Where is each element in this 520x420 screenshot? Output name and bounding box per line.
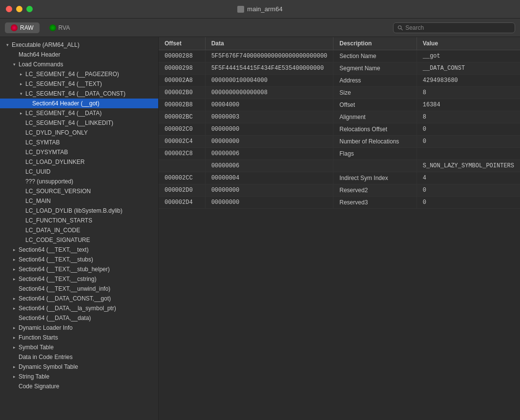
chevron-icon: ▸ <box>11 305 18 312</box>
minimize-button[interactable] <box>16 6 22 12</box>
table-row: 000002BC00000003Alignment8 <box>159 111 520 123</box>
sidebar-item-lc-segment-pagezero[interactable]: ▸LC_SEGMENT_64 (__PAGEZERO) <box>0 69 158 79</box>
sidebar-item-lc-segment-data[interactable]: ▸LC_SEGMENT_64 (__DATA) <box>0 108 158 118</box>
cell-offset: 000002D4 <box>159 197 205 209</box>
chevron-icon: ▸ <box>18 80 24 87</box>
column-description: Description <box>333 37 416 50</box>
sidebar-item-section64-data-la-symbol-ptr[interactable]: ▸Section64 (__DATA,__la_symbol_ptr) <box>0 303 158 313</box>
sidebar-item-label: Section64 (__TEXT,__stub_helper) <box>19 266 110 273</box>
chevron-icon <box>18 188 24 195</box>
sidebar-item-section64-text-stub-helper[interactable]: ▸Section64 (__TEXT,__stub_helper) <box>0 264 158 274</box>
sidebar-item-section64-text-cstring[interactable]: ▸Section64 (__TEXT,__cstring) <box>0 274 158 284</box>
raw-tab-button[interactable]: RAW <box>5 22 40 33</box>
cell-value: __DATA_CONST <box>416 62 520 75</box>
cell-value: 4294983680 <box>416 75 520 87</box>
sidebar-item-lc-load-dylinker[interactable]: LC_LOAD_DYLINKER <box>0 157 158 167</box>
svg-line-1 <box>401 28 402 30</box>
rva-icon <box>49 24 56 31</box>
sidebar-item-label: Code Signature <box>19 383 59 390</box>
chevron-icon: ▸ <box>18 110 24 117</box>
cell-data: 00000000 <box>205 197 333 209</box>
sidebar[interactable]: ▾Executable (ARM64_ALL)Mach64 Header▾Loa… <box>0 37 159 420</box>
sidebar-item-section64-text-text[interactable]: ▸Section64 (__TEXT,__text) <box>0 245 158 255</box>
cell-value: S_NON_LAZY_SYMBOL_POINTERS <box>416 160 520 172</box>
cell-description: Address <box>333 75 416 87</box>
chevron-icon <box>18 149 24 156</box>
sidebar-item-dynamic-loader-info[interactable]: ▸Dynamic Loader Info <box>0 323 158 333</box>
raw-icon <box>11 24 18 31</box>
table-body: 000002885F5F676F740000000000000000000000… <box>159 50 520 209</box>
cell-data: 00004000 <box>205 99 333 111</box>
sidebar-item-lc-uuid[interactable]: LC_UUID <box>0 167 158 177</box>
sidebar-item-section64-text-unwind-info[interactable]: Section64 (__TEXT,__unwind_info) <box>0 284 158 294</box>
sidebar-item-label: Section64 (__DATA_CONST,__got) <box>19 295 111 302</box>
cell-description <box>333 160 416 172</box>
sidebar-item-function-starts[interactable]: ▸Function Starts <box>0 333 158 342</box>
sidebar-item-load-commands[interactable]: ▾Load Commands <box>0 60 158 69</box>
sidebar-item-lc-segment-linkedit[interactable]: LC_SEGMENT_64 (__LINKEDIT) <box>0 118 158 128</box>
chevron-icon <box>18 227 24 234</box>
sidebar-item-section64-header-got[interactable]: Section64 Header (__got) <box>0 99 158 108</box>
sidebar-item-label: LC_FUNCTION_STARTS <box>25 217 92 224</box>
sidebar-item-lc-function-starts[interactable]: LC_FUNCTION_STARTS <box>0 216 158 225</box>
table-row: 000002985F5F444154415F434F4E535400000000… <box>159 62 520 75</box>
sidebar-item-dynamic-symbol-table[interactable]: ▸Dynamic Symbol Table <box>0 362 158 372</box>
cell-value <box>416 148 520 160</box>
cell-offset: 00000298 <box>159 62 205 75</box>
sidebar-item-lc-dyld-info-only[interactable]: LC_DYLD_INFO_ONLY <box>0 128 158 138</box>
table-row: 00000006S_NON_LAZY_SYMBOL_POINTERS <box>159 160 520 172</box>
sidebar-item-unsupported[interactable]: ??? (unsupported) <box>0 177 158 186</box>
sidebar-item-lc-data-in-code[interactable]: LC_DATA_IN_CODE <box>0 225 158 235</box>
sidebar-item-section64-text-stubs[interactable]: ▸Section64 (__TEXT,__stubs) <box>0 255 158 264</box>
sidebar-item-executable[interactable]: ▾Executable (ARM64_ALL) <box>0 40 158 50</box>
close-button[interactable] <box>6 6 12 12</box>
search-input[interactable] <box>405 24 511 31</box>
cell-description: Number of Relocations <box>333 136 416 148</box>
sidebar-item-lc-segment-text[interactable]: ▸LC_SEGMENT_64 (__TEXT) <box>0 79 158 89</box>
sidebar-item-label: Dynamic Loader Info <box>19 324 73 331</box>
sidebar-item-string-table[interactable]: ▸String Table <box>0 372 158 381</box>
sidebar-item-lc-main[interactable]: LC_MAIN <box>0 196 158 206</box>
sidebar-item-symbol-table[interactable]: ▸Symbol Table <box>0 342 158 352</box>
chevron-icon <box>11 285 18 292</box>
table-row: 000002D400000000Reserved30 <box>159 197 520 209</box>
chevron-icon <box>18 217 24 224</box>
chevron-icon <box>11 354 18 360</box>
cell-offset: 000002D0 <box>159 184 205 197</box>
cell-data: 00000000 <box>205 136 333 148</box>
cell-value: __got <box>416 50 520 62</box>
sidebar-item-section64-data-const-got[interactable]: ▸Section64 (__DATA_CONST,__got) <box>0 294 158 303</box>
sidebar-item-label: Function Starts <box>19 334 58 341</box>
cell-value: 16384 <box>416 99 520 111</box>
table-row: 000002CC00000004Indirect Sym Index4 <box>159 172 520 184</box>
maximize-button[interactable] <box>26 6 33 12</box>
chevron-icon <box>11 383 18 390</box>
chevron-icon: ▾ <box>18 90 24 97</box>
sidebar-item-lc-symtab[interactable]: LC_SYMTAB <box>0 138 158 147</box>
sidebar-item-lc-code-signature[interactable]: LC_CODE_SIGNATURE <box>0 235 158 245</box>
cell-offset: 000002C8 <box>159 148 205 160</box>
chevron-icon: ▸ <box>18 71 24 78</box>
cell-value: 4 <box>416 172 520 184</box>
sidebar-item-section64-data-data[interactable]: Section64 (__DATA,__data) <box>0 313 158 323</box>
sidebar-item-data-in-code-entries[interactable]: Data in Code Entries <box>0 352 158 362</box>
sidebar-item-lc-segment-data-const[interactable]: ▾LC_SEGMENT_64 (__DATA_CONST) <box>0 89 158 99</box>
cell-data: 5F5F444154415F434F4E535400000000 <box>205 62 333 75</box>
rva-tab-button[interactable]: RVA <box>43 22 76 33</box>
table-row: 000002D000000000Reserved20 <box>159 184 520 197</box>
chevron-icon: ▾ <box>11 61 18 68</box>
sidebar-item-lc-load-dylib[interactable]: LC_LOAD_DYLIB (libSystem.B.dylib) <box>0 206 158 216</box>
cell-value: 8 <box>416 111 520 123</box>
chevron-icon <box>18 198 24 204</box>
sidebar-item-label: Section64 (__TEXT,__text) <box>19 246 88 253</box>
sidebar-item-code-signature[interactable]: Code Signature <box>0 381 158 391</box>
sidebar-item-lc-source-version[interactable]: LC_SOURCE_VERSION <box>0 186 158 196</box>
sidebar-item-label: LC_LOAD_DYLINKER <box>25 159 84 165</box>
sidebar-item-lc-dysymtab[interactable]: LC_DYSYMTAB <box>0 147 158 157</box>
chevron-icon <box>18 139 24 146</box>
sidebar-item-mach64-header[interactable]: Mach64 Header <box>0 50 158 60</box>
sidebar-item-label: LC_SOURCE_VERSION <box>25 188 91 195</box>
chevron-icon: ▸ <box>11 295 18 302</box>
cell-data: 00000000 <box>205 123 333 136</box>
cell-description: Alignment <box>333 111 416 123</box>
